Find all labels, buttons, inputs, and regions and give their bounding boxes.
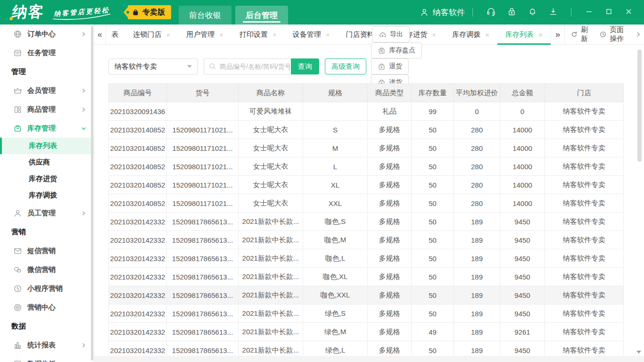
scroll-down-arrow[interactable] (636, 351, 641, 354)
bell-button[interactable] (527, 7, 537, 16)
table-row[interactable]: 2021032014085215209801171021...女士呢大衣XXL多… (109, 194, 624, 213)
lock-button[interactable] (506, 7, 517, 16)
tab[interactable]: 连锁门店× (125, 25, 179, 44)
sidebar-subitem-active[interactable]: 库存列表 (0, 138, 94, 154)
app-window: 纳客 纳客管店更轻松 专卖版 前台收银后台管理 纳客软件 订单中心任务管理管理会… (0, 0, 644, 362)
sidebar-item[interactable]: 库存管理 (0, 119, 94, 138)
minimize-button[interactable] (582, 8, 595, 16)
query-button[interactable]: 查询 (291, 58, 319, 74)
table-cell: 20210320140852 (109, 121, 167, 139)
table-row[interactable]: 2021032014085215209801171021...女士呢大衣M多规格… (109, 139, 624, 157)
backoffice-nav-button[interactable]: 后台管理 (235, 6, 288, 25)
tab-close-icon[interactable]: × (538, 31, 543, 38)
table-cell: 50 (412, 194, 454, 213)
lock-icon (507, 7, 517, 16)
table-cell: 15209801171021... (167, 121, 239, 139)
table-cell: 20210320140852 (109, 139, 167, 157)
table-row[interactable]: 2021032014233215209817865613...2021新款中长款… (109, 231, 624, 249)
table-cell: 纳客软件专卖 (545, 323, 624, 341)
vertical-scrollbar-thumb[interactable] (637, 49, 642, 162)
table-row[interactable]: 2021032014085215209801171021...女士呢大衣S多规格… (109, 121, 624, 139)
tabs-overflow-button[interactable]: » (551, 25, 565, 44)
tab-close-icon[interactable]: × (166, 31, 171, 38)
table-cell: 咖色,XXL (303, 286, 368, 304)
headset-button[interactable] (486, 7, 496, 16)
tab-close-icon[interactable]: × (485, 31, 489, 38)
table-cell: 2021新款中长款... (239, 268, 303, 286)
sidebar-item-label: 库存管理 (27, 124, 56, 133)
sidebar-subitem[interactable]: 供应商 (0, 154, 94, 171)
tab[interactable]: 设备管理× (285, 25, 338, 44)
export-button[interactable]: 导出 (372, 26, 410, 42)
app-logo: 纳客 (11, 2, 46, 23)
tabs-scroll-left-button[interactable]: « (94, 25, 106, 44)
tab[interactable]: 库存调拨× (444, 25, 497, 44)
search-icon (208, 62, 216, 70)
tab[interactable]: 打印设置× (231, 25, 285, 44)
sidebar-item[interactable]: 商品管理 (0, 100, 94, 119)
more-actions-chevron[interactable] (633, 25, 644, 44)
tab-active[interactable]: 库存列表× (497, 25, 551, 44)
store-select[interactable]: 纳客软件专卖 (108, 58, 198, 74)
tab-close-icon[interactable]: × (219, 31, 223, 38)
sidebar-scrollbar[interactable] (91, 26, 93, 361)
table-row[interactable]: 2021032014085215209801171021...女士呢大衣L多规格… (109, 157, 624, 176)
sidebar-item[interactable]: 微信营销 (0, 260, 94, 279)
table-cell: 0 (500, 102, 545, 121)
tab-label: 表 (112, 30, 119, 39)
bag-icon (132, 8, 140, 16)
account-button[interactable]: 纳客软件 (420, 7, 465, 18)
tab-close-icon[interactable]: × (432, 31, 436, 38)
mail-icon (13, 247, 22, 255)
horizontal-scroll-track[interactable] (94, 356, 644, 362)
table-row[interactable]: 20210320091436可爱风堆堆袜礼品9900纳客软件专卖 (109, 102, 624, 121)
tab-close-icon[interactable]: × (272, 31, 277, 38)
table-cell: 20210320142332 (109, 286, 167, 304)
table-cell: 15209817865613... (167, 341, 239, 356)
sidebar-item-label: 商品管理 (27, 105, 56, 114)
sidebar-item[interactable]: 数据分析 (0, 354, 94, 362)
table-row[interactable]: 2021032014233215209817865613...2021新款中长款… (109, 268, 624, 286)
close-button[interactable] (622, 8, 635, 16)
table-row[interactable]: 2021032014233215209817865613...2021新款中长款… (109, 286, 624, 304)
search-input[interactable] (204, 58, 291, 74)
advanced-query-button[interactable]: 高级查询 (325, 58, 366, 74)
table-cell: 20210320142332 (109, 304, 167, 323)
table-row[interactable]: 2021032014233215209817865613...2021新款中长款… (109, 213, 624, 231)
sidebar-subitem[interactable]: 库存进货 (0, 171, 94, 187)
export-button-label: 导出 (390, 30, 403, 39)
return-button[interactable]: 退货 (371, 58, 409, 74)
sidebar-item[interactable]: 任务管理 (0, 43, 94, 62)
username: 纳客软件 (433, 7, 465, 18)
refresh-button[interactable]: 刷新 (565, 25, 594, 44)
table-row[interactable]: 2021032014233215209817865613...2021新款中长款… (109, 304, 624, 323)
sidebar-subitem[interactable]: 库存调拨 (0, 187, 94, 204)
frontdesk-nav-button[interactable]: 前台收银 (179, 6, 231, 25)
tab[interactable]: 表 (106, 25, 125, 44)
table-row[interactable]: 2021032014085215209801171021...女士呢大衣XL多规… (109, 176, 624, 194)
sidebar-item[interactable]: 小程序营销 (0, 279, 94, 298)
sidebar-item[interactable]: 会员管理 (0, 81, 94, 100)
stocktake-button[interactable]: 库存盘点 (371, 42, 422, 58)
table-row[interactable]: 2021032014233215209817865613...2021新款中长款… (109, 323, 624, 341)
search-icon (208, 62, 216, 70)
table-row[interactable]: 2021032014233215209817865613...2021新款中长款… (109, 249, 624, 268)
sidebar-item[interactable]: 订单中心 (0, 25, 94, 43)
sidebar-item[interactable]: 统计报表 (0, 336, 94, 354)
chevron-right-icon (81, 342, 87, 348)
chevron-right-icon (81, 88, 87, 94)
maximize-button[interactable] (602, 8, 615, 16)
sidebar-item[interactable]: 短信营销 (0, 241, 94, 260)
tab[interactable]: 用户管理× (178, 25, 231, 44)
sidebar-item[interactable]: 员工管理 (0, 204, 94, 222)
table-row[interactable]: 2021032014233215209817865613...2021新款中长款… (109, 341, 624, 356)
table-cell: 多规格 (368, 323, 412, 341)
download-button[interactable] (548, 7, 558, 16)
tab-close-icon[interactable]: × (326, 31, 330, 38)
content-area: « 表连锁门店×用户管理×打印设置×设备管理×门店资料×库存进货×库存调拨×库存… (94, 25, 644, 362)
minimize-icon (585, 8, 593, 16)
close-icon (625, 8, 633, 16)
page-actions-button[interactable]: 页面操作 (594, 25, 632, 44)
sidebar-item[interactable]: 营销中心 (0, 298, 94, 317)
table-cell: 50 (412, 249, 454, 268)
